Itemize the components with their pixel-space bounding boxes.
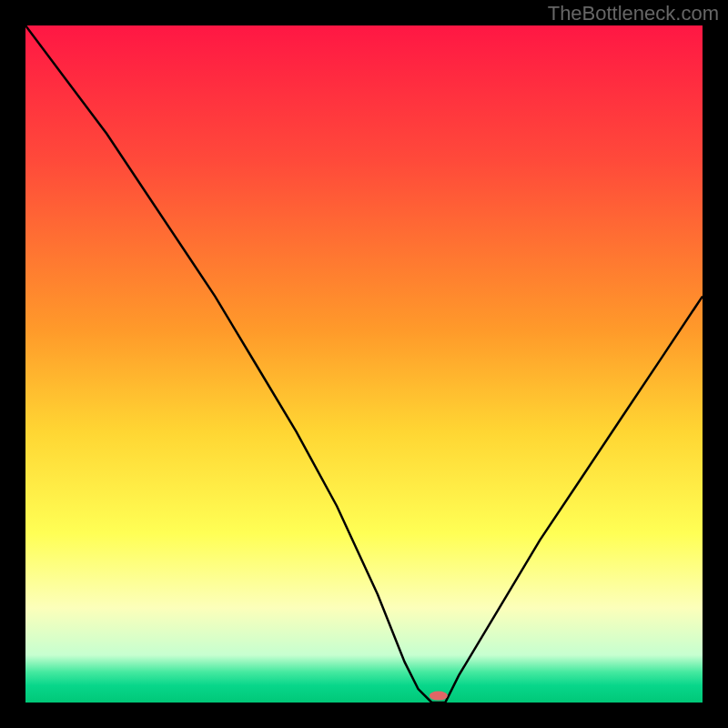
optimal-point-marker [430, 692, 448, 701]
bottleneck-chart [25, 25, 703, 703]
attribution-text: TheBottleneck.com [548, 2, 719, 25]
chart-outer-frame: TheBottleneck.com [0, 0, 728, 728]
plot-area [25, 25, 703, 703]
gradient-background [25, 25, 703, 703]
